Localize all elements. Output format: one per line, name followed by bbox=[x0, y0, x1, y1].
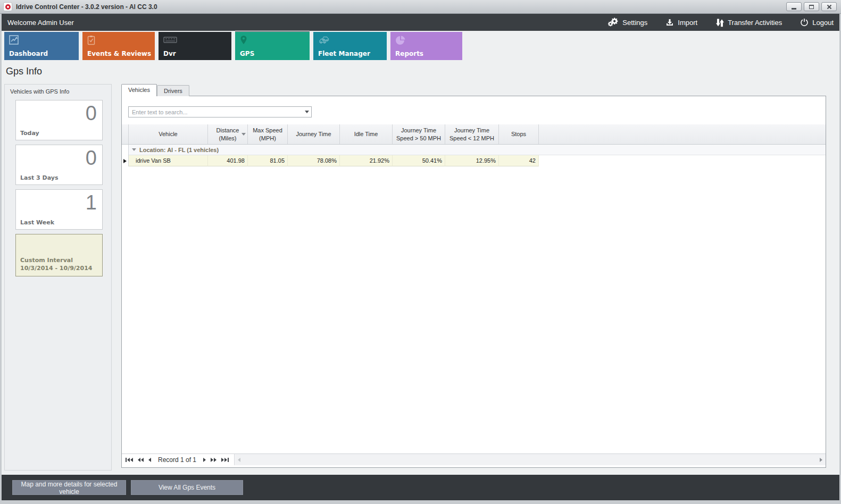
vehicles-tab-panel: Vehicle Distance (Miles) Max Speed (MPH)… bbox=[121, 96, 826, 468]
pager-status: Record 1 of 1 bbox=[156, 456, 198, 464]
minimize-icon bbox=[792, 8, 796, 10]
logout-label: Logout bbox=[812, 19, 834, 27]
pager-fast-prev-button[interactable] bbox=[138, 458, 144, 462]
nav-tile-reports[interactable]: Reports bbox=[390, 32, 462, 60]
pager-first-button[interactable] bbox=[126, 458, 133, 462]
maximize-button[interactable] bbox=[804, 2, 819, 11]
nav-tile-dvr[interactable]: Dvr bbox=[159, 32, 231, 60]
column-header-journey-time[interactable]: Journey Time bbox=[288, 124, 340, 144]
nav-tile-label: GPS bbox=[240, 50, 254, 57]
power-icon bbox=[800, 18, 809, 27]
nav-tile-label: Fleet Manager bbox=[318, 50, 370, 57]
nav-tile-dashboard[interactable]: Dashboard bbox=[4, 32, 79, 60]
logout-button[interactable]: Logout bbox=[800, 18, 834, 27]
scroll-left-icon[interactable] bbox=[238, 458, 240, 462]
nav-tile-label: Events & Reviews bbox=[87, 50, 151, 57]
cell-journey-over-50: 50.41% bbox=[393, 155, 445, 166]
pager-last-button[interactable] bbox=[221, 458, 229, 462]
settings-label: Settings bbox=[622, 19, 647, 27]
collapse-arrow-icon[interactable] bbox=[132, 148, 136, 151]
row-gutter bbox=[122, 155, 129, 166]
window-border-left bbox=[0, 14, 2, 504]
card-label: Last Week bbox=[20, 219, 54, 226]
column-header-distance[interactable]: Distance (Miles) bbox=[208, 124, 248, 144]
card-last-week[interactable]: 1 Last Week bbox=[15, 189, 103, 230]
page-title: Gps Info bbox=[6, 66, 42, 77]
cell-filler bbox=[539, 155, 826, 166]
custom-interval-title: Custom Interval bbox=[20, 257, 92, 265]
pager-fast-next-button[interactable] bbox=[211, 458, 217, 462]
gears-icon bbox=[607, 18, 619, 27]
sort-desc-icon bbox=[242, 133, 246, 136]
grid-empty-area bbox=[122, 166, 826, 453]
dvr-device-icon bbox=[163, 35, 177, 47]
cell-max-speed: 81.05 bbox=[248, 155, 288, 166]
group-row-location: Location: Al - FL (1 vehicles) bbox=[122, 145, 826, 155]
row-gutter bbox=[122, 145, 129, 155]
card-today[interactable]: 0 Today bbox=[15, 100, 103, 140]
map-details-button[interactable]: Map and more details for selected vehicl… bbox=[12, 480, 126, 495]
column-header-vehicle[interactable]: Vehicle bbox=[129, 124, 208, 144]
minimize-button[interactable] bbox=[786, 2, 802, 11]
transfer-activities-button[interactable]: Transfer Activities bbox=[715, 18, 782, 27]
nav-tile-label: Dashboard bbox=[9, 50, 48, 57]
column-header-max-speed[interactable]: Max Speed (MPH) bbox=[248, 124, 288, 144]
search-input[interactable] bbox=[129, 109, 303, 115]
cell-stops: 42 bbox=[499, 155, 539, 166]
row-indicator-icon bbox=[123, 159, 127, 163]
grid-header-row: Vehicle Distance (Miles) Max Speed (MPH)… bbox=[122, 124, 826, 145]
transfer-arrows-icon bbox=[715, 18, 724, 27]
pager-next-button[interactable] bbox=[203, 458, 206, 462]
sidebar-gps-summary: Vehicles with GPS Info 0 Today 0 Last 3 … bbox=[4, 84, 112, 471]
card-last-3-days[interactable]: 0 Last 3 Days bbox=[15, 145, 103, 185]
column-header-idle-time[interactable]: Idle Time bbox=[340, 124, 393, 144]
cell-idle-time: 21.92% bbox=[340, 155, 393, 166]
column-header-journey-over-50[interactable]: Journey Time Speed > 50 MPH bbox=[393, 124, 445, 144]
import-button[interactable]: Import bbox=[665, 18, 697, 27]
settings-button[interactable]: Settings bbox=[607, 18, 647, 27]
cell-distance: 401.98 bbox=[208, 155, 248, 166]
pager-prev-button[interactable] bbox=[148, 458, 151, 462]
footer-bar: Map and more details for selected vehicl… bbox=[0, 475, 841, 500]
app-toolbar: Welcome Admin User Settings Import bbox=[0, 14, 841, 31]
welcome-text: Welcome Admin User bbox=[7, 19, 74, 27]
pie-chart-icon bbox=[395, 35, 406, 48]
transfer-activities-label: Transfer Activities bbox=[728, 19, 782, 27]
column-header-stops[interactable]: Stops bbox=[499, 124, 539, 144]
window-title: Idrive Control Center - 3.0.2 version - … bbox=[16, 3, 157, 11]
vehicle-row[interactable]: idrive Van SB 401.98 81.05 78.08% 21.92%… bbox=[122, 155, 826, 166]
card-value: 1 bbox=[86, 192, 97, 214]
group-row-label: Location: Al - FL (1 vehicles) bbox=[139, 147, 219, 153]
window-controls bbox=[786, 2, 838, 11]
card-value: 0 bbox=[86, 103, 97, 125]
dropdown-arrow-icon[interactable] bbox=[303, 111, 311, 113]
chart-icon bbox=[9, 35, 20, 48]
nav-tile-gps[interactable]: GPS bbox=[235, 32, 310, 60]
vehicles-icon bbox=[318, 35, 332, 47]
grid-corner-cell bbox=[122, 124, 129, 144]
record-pager: Record 1 of 1 bbox=[122, 454, 234, 465]
card-label: Today bbox=[20, 130, 39, 137]
cell-journey-under-12: 12.95% bbox=[445, 155, 499, 166]
nav-tile-events-reviews[interactable]: Events & Reviews bbox=[82, 32, 155, 60]
tab-drivers[interactable]: Drivers bbox=[157, 85, 189, 96]
tab-vehicles[interactable]: Vehicles bbox=[121, 84, 157, 96]
close-icon bbox=[827, 4, 832, 10]
horizontal-scrollbar[interactable] bbox=[234, 454, 826, 465]
scroll-right-icon[interactable] bbox=[820, 458, 822, 462]
map-pin-icon bbox=[240, 35, 247, 48]
sidebar-header: Vehicles with GPS Info bbox=[5, 85, 111, 100]
card-custom-interval[interactable]: Custom Interval 10/3/2014 - 10/9/2014 bbox=[15, 234, 103, 276]
nav-tile-fleet-manager[interactable]: Fleet Manager bbox=[313, 32, 387, 60]
cell-journey-time: 78.08% bbox=[288, 155, 340, 166]
app-logo-icon bbox=[3, 2, 12, 11]
column-header-filler bbox=[539, 124, 826, 144]
card-label: Last 3 Days bbox=[20, 174, 58, 181]
close-button[interactable] bbox=[821, 2, 837, 11]
vehicles-drivers-tabs: Vehicles Drivers bbox=[121, 84, 189, 96]
column-header-journey-under-12[interactable]: Journey Time Speed < 12 MPH bbox=[445, 124, 499, 144]
group-row-content[interactable]: Location: Al - FL (1 vehicles) bbox=[129, 145, 826, 155]
view-all-gps-events-button[interactable]: View All Gps Events bbox=[131, 480, 243, 495]
search-combobox[interactable] bbox=[128, 106, 312, 117]
nav-tile-label: Reports bbox=[395, 50, 423, 57]
